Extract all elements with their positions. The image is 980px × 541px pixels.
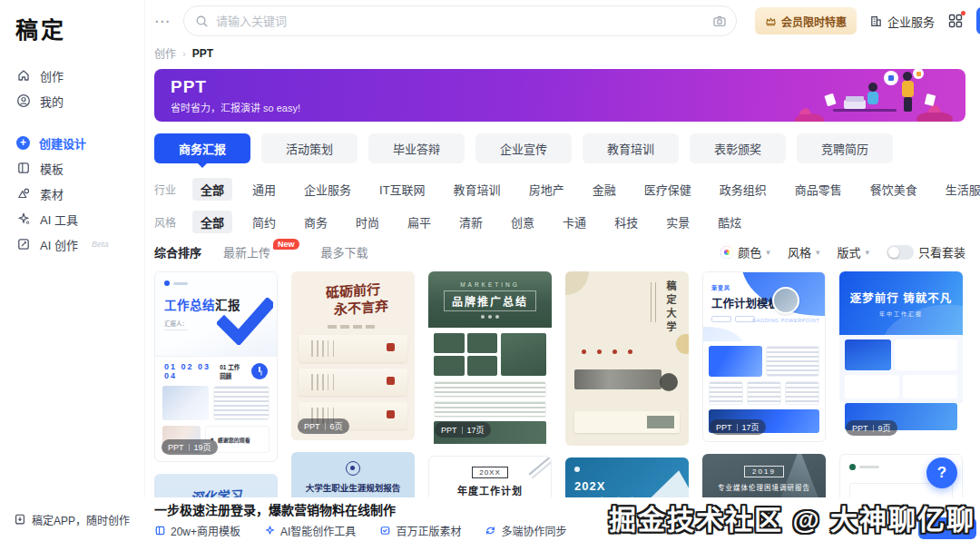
industry-chip[interactable]: 商品零售 — [787, 178, 850, 201]
topbar: ⋯ 会员限时特惠 企业服务 登录/注册 — [154, 0, 965, 42]
style-chip[interactable]: 扁平 — [399, 211, 439, 233]
tab-company-promo[interactable]: 企业宣传 — [475, 133, 572, 163]
sidebar-item-new-design[interactable]: + 创建设计 — [0, 130, 144, 155]
sidebar-item-create[interactable]: 创作 — [0, 63, 144, 88]
footer-features: 20w+商用模板 AI智能创作工具 百万正版素材 多端协作同步 — [154, 523, 566, 538]
tab-event-planning[interactable]: 活动策划 — [261, 133, 358, 163]
style-chip[interactable]: 创意 — [503, 211, 543, 233]
enterprise-service-label: 企业服务 — [887, 13, 935, 30]
style-filter-dropdown[interactable]: 风格 ▾ — [788, 243, 820, 261]
tab-award-ceremony[interactable]: 表彰颁奖 — [690, 133, 786, 163]
tab-thesis-defense[interactable]: 毕业答辩 — [368, 133, 465, 163]
style-chip[interactable]: 商务 — [296, 211, 336, 233]
industry-chip[interactable]: 金融 — [584, 178, 624, 201]
login-register-button[interactable]: 登录/注册 — [976, 7, 980, 34]
style-chip[interactable]: 简约 — [244, 211, 284, 233]
breadcrumb-current: PPT — [192, 47, 213, 60]
slide-cover: 工作总结汇报 汇报人： — [155, 272, 277, 356]
ppt-hero-banner[interactable]: PPT 省时省力，汇报演讲 so easy! — [154, 69, 965, 122]
sort-newest-label: 最新上传 — [223, 243, 270, 261]
industry-chip[interactable]: IT互联网 — [371, 178, 434, 201]
template-card-brand-marketing[interactable]: MARKETING 品牌推广总结 PPT17页 — [428, 271, 552, 444]
building-icon — [869, 15, 883, 28]
app-logo[interactable]: 稿定 — [0, 0, 144, 44]
sidebar-item-mine[interactable]: 我的 — [0, 88, 144, 113]
app-download-note[interactable]: 稿定APP，随时创作 — [0, 497, 145, 541]
template-card-work-plan[interactable]: 渐变风 工作计划模板 GAODING POWERPOINT — [702, 271, 826, 442]
mini-slide-text — [845, 375, 899, 398]
template-card-chase-dreams[interactable]: 逐梦前行 铸就不凡 年中工作汇报 PPT9页 — [839, 271, 963, 442]
card-title: 逐梦前行 铸就不凡 — [850, 289, 952, 306]
card-subtitle-bar — [328, 325, 378, 329]
mini-slide-row — [703, 341, 825, 377]
style-chip[interactable]: 清新 — [451, 211, 491, 233]
sort-newest[interactable]: 最新上传 New — [223, 243, 299, 261]
enterprise-service-link[interactable]: 企业服务 — [869, 13, 935, 30]
industry-chip[interactable]: 生活服务 — [937, 178, 980, 201]
mini-slide-image — [162, 386, 209, 420]
mini-slide-text — [434, 401, 546, 418]
help-button[interactable]: ? — [926, 457, 957, 488]
style-chip[interactable]: 卡通 — [554, 211, 594, 233]
apps-grid-button[interactable] — [947, 13, 964, 29]
template-card-work-summary[interactable]: 工作总结汇报 汇报人： 01 02 03 04 01 工作回顾 — [154, 271, 278, 462]
style-filter-row: 风格 全部 简约 商务 时尚 扁平 清新 创意 卡通 科技 实景 酷炫 — [154, 211, 965, 233]
style-chip[interactable]: 酷炫 — [710, 211, 750, 233]
industry-chip[interactable]: 政务组织 — [711, 178, 775, 201]
ai-sparkle-icon — [264, 525, 276, 536]
badge-pages: 9页 — [878, 422, 891, 434]
sidebar-item-assets[interactable]: 素材 — [0, 181, 144, 206]
tab-education-training[interactable]: 教育培训 — [583, 133, 679, 163]
industry-chip[interactable]: 企业服务 — [296, 178, 359, 201]
style-chip[interactable]: 时尚 — [348, 211, 387, 233]
sidebar-nav: 创作 我的 + 创建设计 模板 素材 AI 工具 AI 创作 Beta — [0, 63, 144, 257]
sort-most-downloaded[interactable]: 最多下载 — [321, 243, 368, 261]
mini-slide-sections: 01 02 03 04 01 工作回顾 — [155, 356, 277, 386]
template-card-perseverance[interactable]: 砥砺前行 永不言弃 PPT6页 — [291, 271, 415, 440]
sidebar-item-ai-tools[interactable]: AI 工具 — [0, 206, 144, 231]
app-note-label: 稿定APP，随时创作 — [32, 512, 130, 527]
search-input[interactable] — [216, 15, 705, 28]
sort-comprehensive[interactable]: 综合排序 — [154, 243, 201, 261]
seal-dots — [582, 349, 632, 354]
industry-chip[interactable]: 通用 — [244, 178, 284, 201]
style-chip[interactable]: 科技 — [606, 211, 646, 233]
mini-slide-text — [785, 381, 819, 405]
fan-graphic — [660, 373, 678, 391]
sidebar-item-templates[interactable]: 模板 — [0, 155, 144, 181]
industry-chip[interactable]: 教育培训 — [446, 178, 509, 201]
sort-row: 综合排序 最新上传 New 最多下载 颜色 ▾ 风格 ▾ 版式 ▾ 只看套装 — [154, 243, 965, 261]
style-chip[interactable]: 全部 — [192, 211, 232, 233]
camera-icon[interactable] — [712, 14, 727, 28]
vip-offer-button[interactable]: 会员限时特惠 — [755, 7, 857, 34]
sidebar-item-ai-create[interactable]: AI 创作 Beta — [0, 231, 144, 257]
footer-headline: 一步极速注册登录，爆款营销物料在线制作 — [154, 500, 566, 518]
suit-only-toggle[interactable] — [887, 245, 914, 260]
mini-slide-text — [213, 386, 270, 420]
industry-chip[interactable]: 房地产 — [521, 178, 573, 201]
feature-label: 百万正版素材 — [396, 523, 461, 538]
feature-assets: 百万正版素材 — [379, 523, 461, 538]
industry-chip[interactable]: 医疗保健 — [636, 178, 700, 201]
vip-offer-label: 会员限时特惠 — [781, 14, 847, 29]
bonsai-photo — [647, 416, 674, 428]
more-menu-icon[interactable]: ⋯ — [154, 12, 171, 31]
layout-filter-dropdown[interactable]: 版式 ▾ — [837, 243, 869, 261]
industry-chip[interactable]: 餐饮美食 — [862, 178, 926, 201]
template-card-gaoding-university[interactable]: 稿定大学 — [565, 271, 689, 446]
sidebar-item-label: AI 创作 — [40, 236, 78, 253]
mini-slide-panel — [709, 346, 762, 377]
industry-chip[interactable]: 全部 — [192, 178, 232, 201]
view-filters: 颜色 ▾ 风格 ▾ 版式 ▾ 只看套装 — [720, 243, 965, 261]
search-bar[interactable] — [183, 5, 737, 36]
color-wheel-icon — [720, 246, 733, 259]
color-filter-dropdown[interactable]: 颜色 ▾ — [720, 243, 770, 261]
style-chip[interactable]: 实景 — [658, 211, 698, 233]
checkmark-graphic — [217, 298, 273, 345]
tab-job-resume[interactable]: 竞聘简历 — [797, 133, 893, 163]
tab-business-report[interactable]: 商务汇报 — [154, 133, 250, 163]
shapes-icon — [16, 186, 31, 201]
mini-slide-strip — [299, 369, 407, 396]
card-eyebrow: MARKETING — [460, 281, 520, 288]
breadcrumb-root[interactable]: 创作 — [154, 45, 176, 61]
